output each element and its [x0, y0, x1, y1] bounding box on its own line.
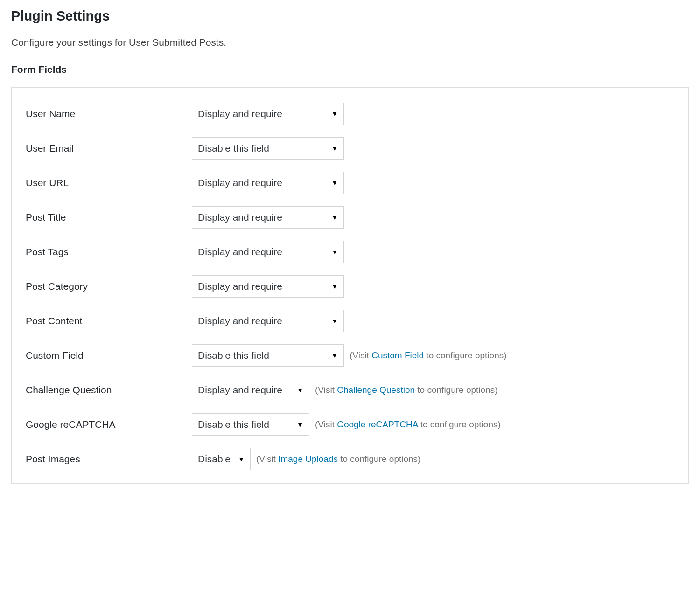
field-label: Custom Field — [26, 350, 192, 361]
field-row: Post ContentDisplay and require▼ — [26, 310, 674, 332]
field-select-value: Disable this field — [198, 350, 269, 361]
field-label: Challenge Question — [26, 384, 192, 396]
field-note-pre: (Visit — [315, 385, 337, 395]
form-fields-container: User NameDisplay and require▼User EmailD… — [11, 87, 689, 484]
field-row: Post ImagesDisable▼(Visit Image Uploads … — [26, 448, 674, 470]
field-note-post: to configure options) — [424, 350, 506, 360]
field-note-post: to configure options) — [415, 385, 497, 395]
chevron-down-icon: ▼ — [331, 248, 338, 256]
field-label: User Name — [26, 108, 192, 119]
field-note-pre: (Visit — [256, 454, 278, 464]
field-label: Post Content — [26, 315, 192, 327]
field-row: Custom FieldDisable this field▼(Visit Cu… — [26, 344, 674, 367]
field-select-value: Display and require — [198, 108, 282, 119]
field-select-value: Disable — [198, 454, 231, 465]
section-title-form-fields: Form Fields — [11, 64, 689, 75]
field-select[interactable]: Display and require▼ — [192, 172, 344, 194]
field-select-value: Display and require — [198, 384, 282, 396]
field-note-pre: (Visit — [350, 350, 371, 360]
page-description: Configure your settings for User Submitt… — [11, 37, 689, 48]
field-note-link[interactable]: Image Uploads — [278, 454, 338, 464]
field-row: Post CategoryDisplay and require▼ — [26, 275, 674, 298]
chevron-down-icon: ▼ — [331, 179, 338, 187]
field-label: User Email — [26, 143, 192, 154]
field-select[interactable]: Display and require▼ — [192, 275, 344, 298]
chevron-down-icon: ▼ — [331, 145, 338, 152]
field-select[interactable]: Disable▼ — [192, 448, 251, 470]
chevron-down-icon: ▼ — [238, 455, 245, 463]
field-select-value: Disable this field — [198, 419, 269, 430]
field-note-pre: (Visit — [315, 419, 337, 429]
field-note: (Visit Image Uploads to configure option… — [256, 454, 420, 464]
field-note-post: to configure options) — [338, 454, 420, 464]
field-row: User EmailDisable this field▼ — [26, 137, 674, 160]
field-select-value: Display and require — [198, 315, 282, 327]
field-note: (Visit Challenge Question to configure o… — [315, 385, 498, 395]
field-select[interactable]: Display and require▼ — [192, 379, 309, 401]
chevron-down-icon: ▼ — [297, 421, 303, 428]
field-select[interactable]: Disable this field▼ — [192, 413, 309, 436]
page-title: Plugin Settings — [11, 8, 689, 24]
field-label: Post Title — [26, 212, 192, 223]
field-select[interactable]: Display and require▼ — [192, 206, 344, 229]
field-note-link[interactable]: Challenge Question — [337, 385, 415, 395]
field-select[interactable]: Display and require▼ — [192, 241, 344, 263]
field-note: (Visit Google reCAPTCHA to configure opt… — [315, 419, 501, 430]
field-select[interactable]: Disable this field▼ — [192, 137, 344, 160]
field-label: Post Tags — [26, 246, 192, 258]
field-label: User URL — [26, 177, 192, 188]
field-row: Google reCAPTCHADisable this field▼(Visi… — [26, 413, 674, 436]
field-row: User URLDisplay and require▼ — [26, 172, 674, 194]
field-row: User NameDisplay and require▼ — [26, 103, 674, 125]
field-select-value: Display and require — [198, 246, 282, 258]
field-row: Challenge QuestionDisplay and require▼(V… — [26, 379, 674, 401]
field-row: Post TagsDisplay and require▼ — [26, 241, 674, 263]
field-select[interactable]: Display and require▼ — [192, 310, 344, 332]
field-label: Google reCAPTCHA — [26, 419, 192, 430]
chevron-down-icon: ▼ — [297, 386, 303, 394]
field-label: Post Category — [26, 281, 192, 292]
field-select[interactable]: Display and require▼ — [192, 103, 344, 125]
field-row: Post TitleDisplay and require▼ — [26, 206, 674, 229]
field-note-link[interactable]: Custom Field — [371, 350, 424, 360]
field-select-value: Disable this field — [198, 143, 269, 154]
chevron-down-icon: ▼ — [331, 352, 338, 359]
field-select-value: Display and require — [198, 281, 282, 292]
chevron-down-icon: ▼ — [331, 317, 338, 325]
field-label: Post Images — [26, 454, 192, 465]
field-note-link[interactable]: Google reCAPTCHA — [337, 419, 418, 429]
field-select-value: Display and require — [198, 212, 282, 223]
field-select[interactable]: Disable this field▼ — [192, 344, 344, 367]
field-select-value: Display and require — [198, 177, 282, 188]
chevron-down-icon: ▼ — [331, 110, 338, 118]
chevron-down-icon: ▼ — [331, 214, 338, 221]
field-note-post: to configure options) — [418, 419, 500, 429]
field-note: (Visit Custom Field to configure options… — [350, 350, 507, 361]
chevron-down-icon: ▼ — [331, 283, 338, 290]
